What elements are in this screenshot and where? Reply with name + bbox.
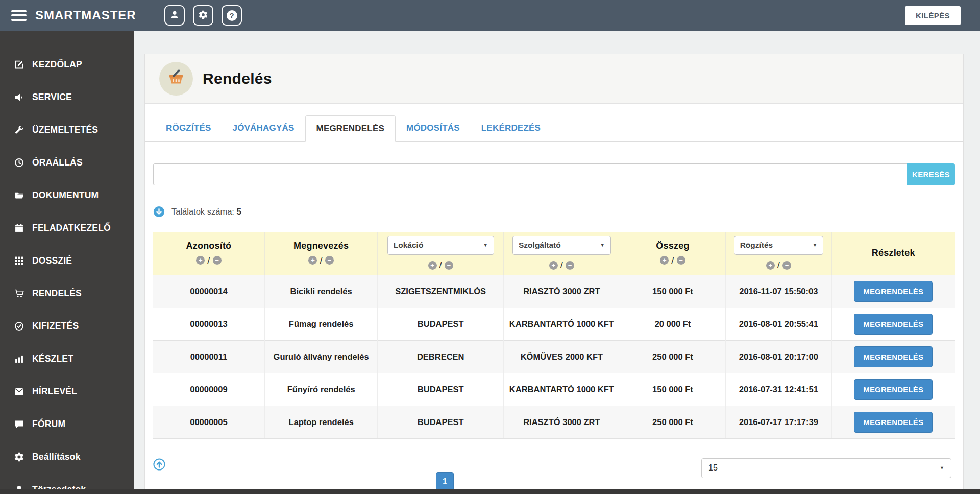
col-header-lokacio: Lokáció▼ +/− — [378, 232, 504, 275]
results-summary: Találatok száma: 5 — [153, 206, 955, 218]
sort-asc-button[interactable]: + — [549, 261, 558, 270]
megrendeles-button[interactable]: MEGRENDELÉS — [854, 412, 933, 433]
lokacio-filter-select[interactable]: Lokáció▼ — [387, 236, 494, 255]
order-id-cell: 00000014 — [153, 275, 264, 308]
sort-desc-button[interactable]: − — [566, 261, 574, 270]
tab-megrendeles[interactable]: MEGRENDELÉS — [305, 115, 396, 142]
sidebar-item-service[interactable]: SERVICE — [0, 81, 134, 113]
order-recorded-cell: 2016-08-01 20:55:41 — [726, 308, 831, 340]
sort-desc-button[interactable]: − — [445, 261, 453, 270]
gear-icon — [198, 10, 208, 21]
sidebar-item-uzemeltetes[interactable]: ÜZEMELTETÉS — [0, 113, 134, 146]
szolgaltato-filter-select[interactable]: Szolgáltató▼ — [512, 236, 611, 255]
order-provider-cell: KARBANTARTÓ 1000 KFT — [504, 373, 620, 406]
topbar-icon-group: ? — [164, 5, 242, 26]
sidebar-item-rendeles[interactable]: RENDELÉS — [0, 277, 134, 310]
scroll-top-icon[interactable] — [153, 458, 165, 471]
tab-jovahagyas[interactable]: JÓVÁHAGYÁS — [222, 115, 305, 142]
sort-desc-button[interactable]: − — [677, 256, 685, 265]
sidebar-item-feladatkezelo[interactable]: FELADATKEZELŐ — [0, 211, 134, 244]
main-content: Rendelés RÖGZÍTÉS JÓVÁHAGYÁS MEGRENDELÉS… — [134, 31, 980, 494]
order-provider-cell: KARBANTARTÓ 1000 KFT — [504, 308, 620, 340]
envelope-icon — [14, 386, 24, 397]
megrendeles-button[interactable]: MEGRENDELÉS — [854, 314, 933, 335]
sidebar-item-keszlet[interactable]: KÉSZLET — [0, 342, 134, 375]
pagination-page-1[interactable]: 1 — [436, 472, 454, 492]
tab-rogzites[interactable]: RÖGZÍTÉS — [155, 115, 222, 142]
orders-table: Azonosító +/− Megnevezés +/− Lokáció▼ +/… — [153, 232, 955, 439]
page-title: Rendelés — [203, 70, 272, 87]
order-name-cell: Guruló állvány rendelés — [264, 340, 378, 373]
sidebar-item-beallitasok[interactable]: Beállítások — [0, 440, 134, 473]
collapse-down-icon[interactable] — [153, 206, 165, 218]
order-id-cell: 00000009 — [153, 373, 264, 406]
megrendeles-button[interactable]: MEGRENDELÉS — [854, 379, 933, 400]
col-header-szolgaltato: Szolgáltató▼ +/− — [504, 232, 620, 275]
folder-icon — [14, 190, 24, 201]
wrench-icon — [14, 125, 24, 135]
calendar-icon — [14, 223, 24, 233]
order-amount-cell: 250 000 Ft — [620, 340, 725, 373]
app-title: SMARTMASTER — [35, 8, 136, 22]
order-location-cell: SZIGETSZENTMIKLÓS — [378, 275, 504, 308]
help-button[interactable]: ? — [222, 5, 242, 26]
tab-lekerdezes[interactable]: LEKÉRDEZÉS — [471, 115, 551, 142]
sort-desc-button[interactable]: − — [782, 261, 791, 270]
order-action-cell: MEGRENDELÉS — [831, 308, 955, 340]
results-count-text: Találatok száma: 5 — [172, 207, 241, 217]
col-header-osszeg: Összeg +/− — [620, 232, 725, 275]
sort-desc-button[interactable]: − — [325, 256, 334, 265]
order-name-cell: Fűnyíró rendelés — [264, 373, 378, 406]
chevron-down-icon: ▼ — [600, 243, 605, 248]
megrendeles-button[interactable]: MEGRENDELÉS — [854, 281, 933, 302]
sort-asc-button[interactable]: + — [428, 261, 437, 270]
table-footer: 1 15 ▼ — [153, 458, 951, 494]
bar-chart-icon — [14, 354, 24, 364]
order-location-cell: BUDAPEST — [378, 406, 504, 438]
sidebar-item-kezdolap[interactable]: KEZDŐLAP — [0, 48, 134, 81]
rendeles-panel: Rendelés RÖGZÍTÉS JÓVÁHAGYÁS MEGRENDELÉS… — [144, 54, 964, 489]
megrendeles-button[interactable]: MEGRENDELÉS — [854, 346, 933, 367]
tab-modositas[interactable]: MÓDOSÍTÁS — [396, 115, 471, 142]
settings-button[interactable] — [193, 5, 213, 26]
sort-asc-button[interactable]: + — [196, 256, 205, 265]
search-button[interactable]: KERESÉS — [907, 163, 955, 185]
app-window: SMARTMASTER ? KILÉPÉS KEZDŐLAP SERVICE — [0, 0, 980, 494]
menu-toggle-button[interactable] — [11, 10, 27, 21]
table-row: 00000014 Bicikli rendelés SZIGETSZENTMIK… — [153, 275, 955, 308]
sort-asc-button[interactable]: + — [766, 261, 775, 270]
basket-icon — [159, 62, 193, 96]
sidebar-item-kifizetes[interactable]: KIFIZETÉS — [0, 310, 134, 342]
order-recorded-cell: 2016-07-17 17:17:39 — [726, 406, 831, 438]
search-input[interactable] — [153, 163, 907, 185]
chevron-down-icon: ▼ — [483, 243, 488, 248]
col-header-rogzites: Rögzítés▼ +/− — [726, 232, 831, 275]
table-row: 00000013 Fűmag rendelés BUDAPEST KARBANT… — [153, 308, 955, 340]
user-button[interactable] — [164, 5, 185, 26]
order-name-cell: Fűmag rendelés — [264, 308, 378, 340]
sort-asc-button[interactable]: + — [308, 256, 317, 265]
sidebar: KEZDŐLAP SERVICE ÜZEMELTETÉS ÓRAÁLLÁS DO… — [0, 31, 134, 494]
rogzites-filter-select[interactable]: Rögzítés▼ — [734, 236, 823, 255]
sidebar-item-dokumentum[interactable]: DOKUMENTUM — [0, 179, 134, 211]
chevron-down-icon: ▼ — [813, 243, 817, 248]
order-amount-cell: 20 000 Ft — [620, 308, 725, 340]
sidebar-item-dosszie[interactable]: DOSSZIÉ — [0, 244, 134, 277]
logout-button[interactable]: KILÉPÉS — [905, 6, 961, 25]
sidebar-item-forum[interactable]: FÓRUM — [0, 408, 134, 440]
col-header-megnevezes: Megnevezés +/− — [264, 232, 378, 275]
sort-desc-button[interactable]: − — [213, 256, 222, 265]
grid-icon — [14, 255, 24, 266]
order-id-cell: 00000005 — [153, 406, 264, 438]
sidebar-item-oraallas[interactable]: ÓRAÁLLÁS — [0, 146, 134, 179]
comment-icon — [14, 419, 24, 430]
sort-asc-button[interactable]: + — [660, 256, 669, 265]
order-amount-cell: 150 000 Ft — [620, 275, 725, 308]
sidebar-item-hirlevel[interactable]: HÍRLEVÉL — [0, 375, 134, 408]
col-header-reszletek: Részletek — [831, 232, 955, 275]
order-action-cell: MEGRENDELÉS — [831, 373, 955, 406]
order-provider-cell: RIASZTÓ 3000 ZRT — [504, 406, 620, 438]
order-recorded-cell: 2016-07-31 12:41:51 — [726, 373, 831, 406]
order-provider-cell: KŐMŰVES 2000 KFT — [504, 340, 620, 373]
page-size-select[interactable]: 15 ▼ — [701, 458, 951, 478]
